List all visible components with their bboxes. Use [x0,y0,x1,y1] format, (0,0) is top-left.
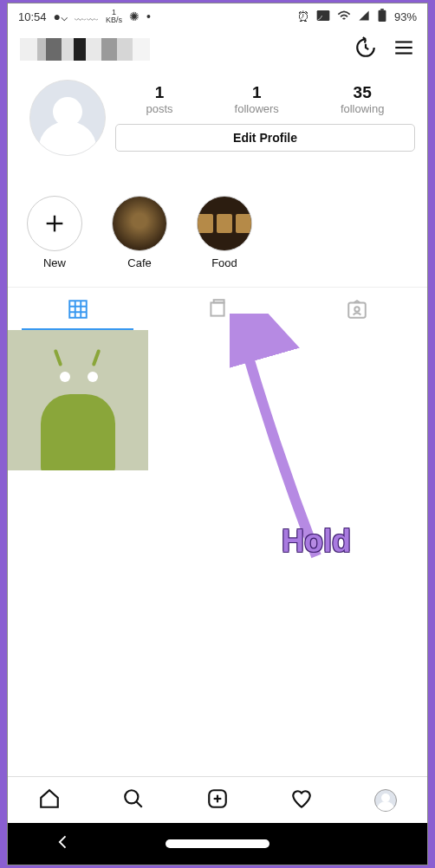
svg-rect-14 [214,300,224,302]
svg-point-17 [125,790,138,803]
home-pill-icon [166,839,269,848]
highlight-cafe-label: Cafe [127,256,151,269]
tab-tagged[interactable] [288,288,427,330]
svg-rect-1 [379,10,386,21]
tab-feed[interactable] [147,288,287,330]
nav-create[interactable] [206,787,229,813]
highlight-new-label: New [43,256,66,269]
sys-back-button[interactable] [55,833,72,854]
svg-rect-2 [380,9,384,10]
battery-icon [377,9,387,25]
network-speed-indicator: 1 KB/s [106,9,122,24]
followers-stat[interactable]: 1 followers [235,83,279,115]
posts-label: posts [146,102,173,115]
status-time: 10:54 [18,10,47,23]
dot-icon: • [146,10,151,23]
highlight-food-thumb [197,196,252,251]
android-nav-bar [8,823,427,865]
following-stat[interactable]: 35 following [341,83,385,115]
following-count: 35 [341,83,385,102]
profile-content-tabs [8,287,427,330]
nav-activity[interactable] [290,787,313,813]
username-pixelated[interactable] [20,38,150,61]
nav-home[interactable] [38,787,61,813]
edit-profile-button[interactable]: Edit Profile [115,124,415,152]
cell-signal-icon [358,10,370,24]
svg-rect-13 [211,302,224,315]
search-icon [122,787,145,810]
tab-grid[interactable] [8,288,147,330]
posts-count: 1 [146,83,173,102]
home-icon [38,787,61,810]
cast-icon [316,10,330,24]
menu-icon[interactable] [393,36,415,62]
sys-home-button[interactable] [166,839,269,848]
svg-line-18 [136,801,142,807]
profile-avatar[interactable] [29,80,106,156]
highlights-tray[interactable]: New Cafe Food [8,161,427,278]
svg-rect-8 [69,301,87,318]
svg-rect-15 [349,302,367,317]
profile-info-section: 1 posts 1 followers 35 following Edit Pr… [8,69,427,161]
archive-icon[interactable] [354,36,377,62]
feed-icon [206,298,229,321]
back-icon [55,833,72,851]
annotation-label: Hold [282,523,351,560]
following-label: following [341,102,385,115]
highlight-cafe[interactable]: Cafe [110,196,169,269]
battery-percentage: 93% [394,10,417,23]
highlight-cafe-thumb [112,196,167,251]
phone-frame: 10:54 ●⌵ ﹏﹏ 1 KB/s ✺ • ⏰︎ 93% [7,3,428,865]
heart-icon [290,787,313,810]
bulb-icon: ●⌵ [54,10,68,23]
aperture-icon: ✺ [129,10,140,23]
svg-point-16 [355,307,360,311]
nav-search[interactable] [122,787,145,813]
grid-icon [67,298,89,321]
tagged-icon [346,298,368,321]
highlight-food[interactable]: Food [195,196,254,269]
posts-stat[interactable]: 1 posts [146,83,173,115]
followers-label: followers [235,102,279,115]
followers-count: 1 [235,83,279,102]
profile-header [8,29,427,69]
plus-icon [27,196,82,251]
create-icon [206,787,229,810]
alarm-icon: ⏰︎ [297,10,309,23]
nav-profile[interactable] [374,789,397,812]
highlight-food-label: Food [211,256,237,269]
wifi-icon [337,10,351,24]
highlight-new[interactable]: New [25,196,84,269]
profile-avatar-icon [374,789,397,812]
android-status-bar: 10:54 ●⌵ ﹏﹏ 1 KB/s ✺ • ⏰︎ 93% [8,3,427,29]
moustache-icon: ﹏﹏ [75,9,99,24]
svg-rect-0 [317,10,330,21]
post-thumbnail[interactable] [8,330,148,470]
posts-grid[interactable] [8,330,427,776]
bottom-nav [8,776,427,823]
